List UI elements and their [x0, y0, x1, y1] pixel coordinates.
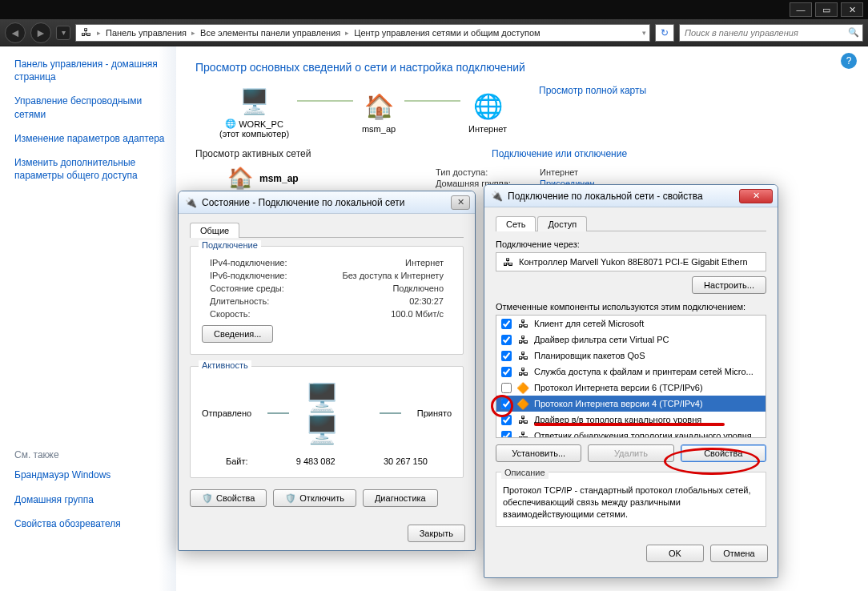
install-button[interactable]: Установить... — [496, 444, 581, 462]
component-icon: 🖧 — [516, 349, 529, 362]
network-card-icon: 🖧 — [501, 255, 514, 268]
network-status-icon: 🌐 — [225, 119, 236, 129]
house-icon: 🏠 — [227, 166, 253, 191]
tab-strip: Сеть Доступ — [496, 215, 766, 231]
globe-icon: 🌐 — [470, 90, 505, 123]
component-checkbox[interactable] — [501, 415, 512, 425]
search-input[interactable] — [683, 27, 848, 38]
search-box[interactable]: 🔍 — [679, 24, 863, 42]
network-node-router: 🏠 msm_ap — [361, 90, 396, 134]
pc-subtitle: (этот компьютер) — [219, 129, 289, 139]
component-checkbox[interactable] — [501, 335, 512, 345]
component-label: Драйвер в/в тополога канального уровня — [534, 415, 701, 424]
component-item[interactable]: 🖧Ответчик обнаружения топологии канально… — [496, 428, 766, 438]
sidebar-link-firewall[interactable]: Брандмауэр Windows — [14, 468, 168, 481]
components-listbox[interactable]: 🖧Клиент для сетей Microsoft🖧Драйвер филь… — [496, 315, 766, 438]
dialog-titlebar[interactable]: 🔌 Состояние - Подключение по локальной с… — [179, 191, 475, 214]
component-checkbox[interactable] — [501, 351, 512, 361]
component-checkbox[interactable] — [501, 431, 512, 439]
diagnostics-button[interactable]: Диагностика — [363, 489, 438, 507]
network-connection-line — [297, 100, 353, 102]
refresh-button[interactable]: ↻ — [655, 24, 674, 42]
tab-general[interactable]: Общие — [190, 223, 239, 238]
chevron-right-icon: ▸ — [97, 29, 101, 37]
dialog-close-button[interactable]: ✕ — [451, 195, 470, 210]
component-icon: 🔶 — [516, 381, 529, 394]
active-network-name: msm_ap — [259, 173, 299, 184]
component-item[interactable]: 🖧Клиент для сетей Microsoft — [496, 316, 766, 332]
cancel-button[interactable]: Отмена — [710, 545, 768, 562]
component-label: Протокол Интернета версии 4 (TCP/IPv4) — [534, 399, 703, 408]
component-checkbox[interactable] — [501, 319, 512, 329]
sidebar-link-adapter-settings[interactable]: Изменение параметров адаптера — [14, 132, 168, 145]
configure-button[interactable]: Настроить... — [692, 276, 766, 294]
component-icon: 🖧 — [516, 317, 529, 330]
details-button[interactable]: Сведения... — [202, 325, 273, 343]
duration-value: 02:30:27 — [409, 296, 444, 306]
breadcrumb-item[interactable]: Центр управления сетями и общим доступом — [354, 28, 540, 38]
component-item[interactable]: 🖧Драйвер фильтра сети Virtual PC — [496, 332, 766, 348]
component-item[interactable]: 🔶Протокол Интернета версии 6 (TCP/IPv6) — [496, 380, 766, 396]
two-computers-icon: 🖥️🖥️ — [305, 381, 364, 445]
connect-using-label: Подключение через: — [496, 239, 766, 249]
component-icon: 🖧 — [516, 333, 529, 346]
window-close-button[interactable]: ✕ — [841, 2, 863, 17]
nav-back-button[interactable]: ◄ — [5, 22, 26, 43]
ipv4-label: IPv4-подключение: — [210, 258, 287, 267]
window-maximize-button[interactable]: ▭ — [815, 2, 838, 17]
window-titlebar: — ▭ ✕ — [0, 0, 868, 19]
close-button[interactable]: Закрыть — [408, 525, 465, 542]
nav-history-dropdown[interactable]: ▾ — [56, 26, 70, 40]
adapter-name: Контроллер Marvell Yukon 88E8071 PCI-E G… — [519, 257, 748, 267]
disable-button[interactable]: 🛡️Отключить — [273, 489, 356, 507]
router-name: msm_ap — [361, 124, 396, 134]
component-icon: 🖧 — [516, 365, 529, 378]
dialog-close-button[interactable]: ✕ — [739, 189, 773, 203]
address-bar[interactable]: 🖧 ▸ Панель управления ▸ Все элементы пан… — [75, 24, 650, 42]
item-properties-button[interactable]: Свойства — [681, 444, 766, 462]
groupbox-legend: Подключение — [199, 240, 261, 250]
properties-button[interactable]: 🛡️Свойства — [190, 489, 267, 507]
component-checkbox[interactable] — [501, 383, 512, 393]
sidebar-link-internet-options[interactable]: Свойства обозревателя — [14, 517, 168, 530]
component-item[interactable]: 🖧Драйвер в/в тополога канального уровня — [496, 412, 766, 428]
ok-button[interactable]: OK — [646, 545, 704, 562]
shield-icon: 🛡️ — [202, 493, 213, 504]
component-checkbox[interactable] — [501, 399, 512, 409]
search-icon: 🔍 — [848, 27, 859, 38]
tab-access[interactable]: Доступ — [537, 216, 587, 231]
dialog-titlebar[interactable]: 🔌 Подключение по локальной сети - свойст… — [484, 185, 778, 207]
breadcrumb-item[interactable]: Панель управления — [106, 28, 187, 38]
ipv6-value: Без доступа к Интернету — [342, 271, 444, 280]
help-icon[interactable]: ? — [841, 53, 857, 69]
sidebar-link-homegroup[interactable]: Домашняя группа — [14, 493, 168, 506]
chevron-right-icon: ▸ — [191, 29, 195, 37]
window-minimize-button[interactable]: — — [790, 2, 812, 17]
component-label: Планировщик пакетов QoS — [534, 351, 645, 360]
tab-strip: Общие — [190, 222, 464, 238]
network-center-icon: 🖧 — [79, 26, 92, 39]
breadcrumb-item[interactable]: Все элементы панели управления — [200, 28, 340, 38]
sidebar-link-home[interactable]: Панель управления - домашняя страница — [14, 58, 168, 83]
component-item[interactable]: 🔶Протокол Интернета версии 4 (TCP/IPv4) — [496, 396, 766, 412]
ipv4-value: Интернет — [405, 258, 444, 267]
tab-network[interactable]: Сеть — [496, 216, 536, 231]
component-item[interactable]: 🖧Планировщик пакетов QoS — [496, 348, 766, 364]
sidebar-link-wireless[interactable]: Управление беспроводными сетями — [14, 94, 168, 120]
activity-groupbox: Активность Отправлено 🖥️🖥️ Принято Байт:… — [190, 366, 464, 478]
connect-disconnect-link[interactable]: Подключение или отключение — [492, 148, 627, 159]
chevron-down-icon[interactable]: ▾ — [642, 29, 646, 37]
component-item[interactable]: 🖧Служба доступа к файлам и принтерам сет… — [496, 364, 766, 380]
sidebar-link-sharing-settings[interactable]: Изменить дополнительные параметры общего… — [14, 156, 168, 182]
network-map: 🖥️ 🌐 WORK_PC (этот компьютер) 🏠 msm_ap 🌐… — [219, 85, 507, 139]
network-icon: 🔌 — [185, 197, 197, 208]
view-full-map-link[interactable]: Просмотр полной карты — [539, 85, 646, 96]
nav-forward-button[interactable]: ► — [30, 22, 51, 43]
media-state-value: Подключено — [392, 283, 444, 293]
speed-label: Скорость: — [210, 309, 251, 319]
component-checkbox[interactable] — [501, 367, 512, 377]
sidebar: Панель управления - домашняя страница Уп… — [0, 46, 176, 591]
computer-icon: 🖥️ — [237, 85, 272, 117]
ipv6-label: IPv6-подключение: — [210, 271, 287, 280]
access-type-value: Интернет — [540, 167, 578, 177]
